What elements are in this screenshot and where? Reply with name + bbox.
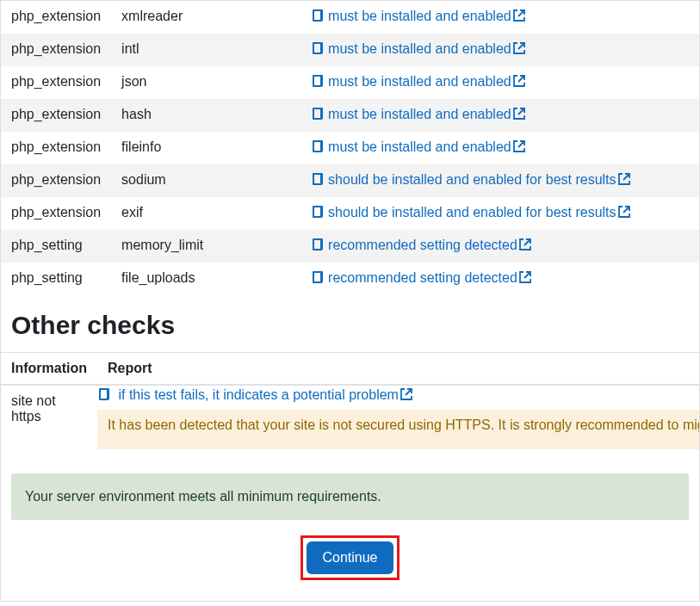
https-help-link[interactable]: if this test fails, it indicates a poten… [118,387,413,402]
book-icon [311,74,325,91]
book-icon [311,41,325,59]
other-checks-heading: Other checks [1,295,699,352]
status-link[interactable]: must be installed and enabled [328,74,526,89]
table-row: php_extensionintlmust be installed and e… [1,34,699,66]
report-cell: if this test fails, it indicates a poten… [97,385,700,449]
table-row: php_extensionexifshould be installed and… [1,197,699,230]
book-icon [311,172,325,189]
external-link-icon [512,41,526,59]
check-type: php_extension [1,132,111,164]
external-link-icon [512,107,526,124]
other-checks-table: Information Report site not https if thi… [1,352,700,449]
table-row: site not https if this test fails, it in… [1,385,700,449]
book-icon [311,139,325,157]
check-type: php_extension [1,164,111,197]
external-link-icon [617,172,631,189]
status-link[interactable]: must be installed and enabled [328,9,526,23]
external-link-icon [518,238,532,255]
check-name: sodium [111,164,300,197]
table-row: php_extensionsodiumshould be installed a… [1,164,699,197]
book-icon [311,107,325,124]
col-report: Report [97,353,700,386]
check-name: memory_limit [111,230,300,263]
book-icon [311,270,325,288]
check-name: intl [111,34,300,66]
check-status: recommended setting detected [300,263,699,295]
continue-button[interactable]: Continue [307,541,393,574]
check-type: php_setting [1,230,111,263]
status-link[interactable]: must be installed and enabled [328,107,526,121]
success-banner: Your server environment meets all minimu… [11,473,689,520]
col-information: Information [1,353,97,386]
external-link-icon [512,9,526,26]
table-row: php_settingmemory_limitrecommended setti… [1,230,699,263]
table-row: php_extensionhashmust be installed and e… [1,99,699,132]
status-link[interactable]: recommended setting detected [328,270,532,285]
status-link[interactable]: must be installed and enabled [328,41,526,56]
check-type: php_extension [1,197,111,230]
check-name: file_uploads [111,263,300,295]
https-warning-message: It has been detected that your site is n… [108,410,700,442]
external-link-icon [518,270,532,288]
check-name: hash [111,99,300,132]
check-status: recommended setting detected [300,230,699,263]
server-checks-table: php_extensionxmlreadermust be installed … [1,1,699,295]
external-link-icon [512,74,526,91]
status-link[interactable]: recommended setting detected [328,238,532,252]
book-icon [311,9,325,26]
check-type: php_setting [1,263,111,295]
table-row: php_extensionfileinfomust be installed a… [1,132,699,164]
check-status: must be installed and enabled [300,132,699,164]
check-status: must be installed and enabled [300,1,699,34]
highlight-annotation: Continue [300,535,399,580]
check-status: must be installed and enabled [300,66,699,99]
check-status: must be installed and enabled [300,34,699,66]
table-row: php_extensionxmlreadermust be installed … [1,1,699,34]
external-link-icon [617,205,631,222]
book-icon [311,205,325,222]
table-row: php_extensionjsonmust be installed and e… [1,66,699,99]
status-link[interactable]: must be installed and enabled [328,139,526,154]
status-link[interactable]: should be installed and enabled for best… [328,205,630,220]
check-type: php_extension [1,99,111,132]
check-status: must be installed and enabled [300,99,699,132]
check-name: fileinfo [111,132,300,164]
check-type: php_extension [1,66,111,99]
check-name: xmlreader [111,1,300,34]
external-link-icon [512,139,526,157]
check-name: json [111,66,300,99]
check-type: php_extension [1,1,111,34]
book-icon [311,238,325,255]
status-link[interactable]: should be installed and enabled for best… [328,172,630,187]
table-row: php_settingfile_uploadsrecommended setti… [1,263,699,295]
check-name: exif [111,197,300,230]
info-cell: site not https [1,385,97,449]
external-link-icon [400,387,413,405]
check-status: should be installed and enabled for best… [300,197,699,230]
check-status: should be installed and enabled for best… [300,164,699,197]
book-icon [97,387,111,405]
check-type: php_extension [1,34,111,66]
